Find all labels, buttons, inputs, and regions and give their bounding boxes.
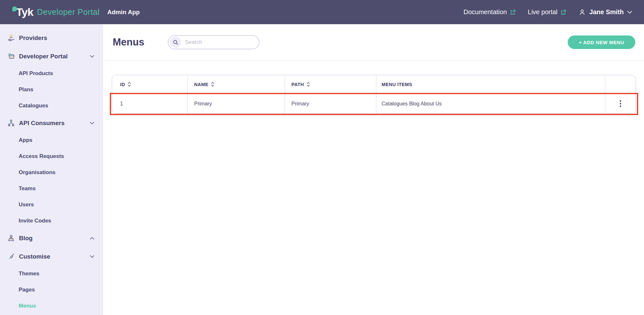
search-icon	[170, 37, 181, 48]
page-header: Menus + ADD NEW MENU	[103, 24, 644, 61]
sidebar-item-label: Menus	[19, 303, 36, 309]
live-portal-link-label: Live portal	[528, 8, 557, 16]
chevron-up-icon	[90, 236, 95, 240]
sidebar-item-label: Users	[19, 202, 34, 208]
column-header-label: MENU ITEMS	[382, 82, 412, 87]
external-link-icon	[560, 9, 567, 15]
column-header-menu-items: MENU ITEMS	[376, 75, 605, 94]
sidebar-item-label: Developer Portal	[19, 53, 68, 60]
search-box[interactable]	[168, 35, 260, 49]
sidebar-item-label: Customise	[19, 253, 50, 260]
column-header-label: ID	[120, 82, 125, 87]
sidebar-item-api-products[interactable]: API Products	[0, 65, 103, 82]
sidebar-item-label: API Consumers	[19, 120, 64, 127]
search-input[interactable]	[181, 39, 249, 45]
sidebar-item-pages[interactable]: Pages	[0, 282, 103, 298]
top-bar: Tyk Developer Portal Admin App Documenta…	[0, 0, 644, 24]
sidebar-item-access-requests[interactable]: Access Requests	[0, 148, 103, 164]
cell-menu-items: Catalogues Blog About Us	[376, 94, 605, 113]
sidebar-item-blog[interactable]: Blog	[0, 229, 103, 247]
sidebar-item-apps[interactable]: Apps	[0, 132, 103, 148]
sidebar-item-label: Access Requests	[19, 153, 64, 160]
sort-icon	[128, 82, 131, 87]
cell-actions	[605, 94, 636, 113]
sidebar-item-themes[interactable]: Themes	[0, 266, 103, 282]
blog-icon	[6, 234, 16, 242]
cell-value: 1	[120, 101, 123, 107]
chevron-down-icon	[627, 10, 632, 14]
cell-value: Primary	[194, 101, 212, 107]
sidebar-item-api-consumers[interactable]: API Consumers	[0, 114, 103, 132]
sidebar-item-label: Blog	[19, 235, 33, 242]
api-consumers-icon	[6, 119, 16, 127]
sidebar-item-label: Themes	[19, 271, 39, 277]
sort-icon	[211, 82, 214, 87]
column-header-name[interactable]: NAME	[188, 75, 285, 94]
product-name: Developer Portal	[37, 7, 99, 17]
sidebar-item-users[interactable]: Users	[0, 197, 103, 213]
cell-id: 1	[112, 94, 188, 113]
chevron-down-icon	[90, 54, 95, 58]
developer-portal-icon	[6, 52, 16, 61]
kebab-menu-icon[interactable]	[618, 98, 623, 109]
external-link-icon	[510, 9, 516, 15]
sidebar-item-label: Pages	[19, 287, 35, 293]
sidebar-item-teams[interactable]: Teams	[0, 181, 103, 197]
providers-icon	[6, 34, 16, 42]
sidebar-item-plans[interactable]: Plans	[0, 82, 103, 98]
sidebar-item-label: Apps	[19, 137, 33, 143]
sidebar-item-developer-portal[interactable]: Developer Portal	[0, 47, 103, 65]
cell-value: Primary	[291, 101, 309, 107]
table-row[interactable]: 1 Primary Primary Catalogues Blog About …	[112, 94, 636, 113]
table-header-row: ID NAME PATH	[112, 75, 636, 94]
sidebar-item-customise[interactable]: Customise	[0, 247, 103, 266]
sidebar-item-label: Plans	[19, 86, 33, 93]
column-header-label: PATH	[291, 82, 304, 87]
column-header-id[interactable]: ID	[112, 75, 188, 94]
chevron-down-icon	[90, 121, 95, 125]
main-content: Menus + ADD NEW MENU ID	[103, 24, 644, 114]
sidebar-item-menus[interactable]: Menus	[0, 298, 103, 314]
sidebar-item-providers[interactable]: Providers	[0, 29, 103, 47]
column-header-actions	[605, 75, 636, 94]
sidebar-item-label: API Products	[19, 70, 53, 77]
chevron-down-icon	[90, 255, 95, 258]
app-name: Admin App	[107, 9, 140, 16]
documentation-link-label: Documentation	[463, 8, 507, 16]
live-portal-link[interactable]: Live portal	[528, 8, 567, 16]
documentation-link[interactable]: Documentation	[463, 8, 516, 16]
sidebar-item-catalogues[interactable]: Catalogues	[0, 98, 103, 114]
sidebar-item-invite-codes[interactable]: Invite Codes	[0, 213, 103, 229]
cell-path: Primary	[285, 94, 376, 113]
cell-value: Catalogues Blog About Us	[382, 101, 442, 107]
user-name: Jane Smith	[589, 8, 624, 16]
add-new-menu-button[interactable]: + ADD NEW MENU	[568, 35, 635, 49]
cell-name: Primary	[188, 94, 285, 113]
user-icon	[578, 8, 586, 16]
logo-text: Tyk	[16, 6, 33, 18]
page-title: Menus	[113, 36, 144, 48]
user-menu[interactable]: Jane Smith	[578, 8, 632, 16]
column-header-path[interactable]: PATH	[285, 75, 376, 94]
sidebar-item-label: Invite Codes	[19, 218, 51, 224]
sidebar-item-label: Organisations	[19, 169, 55, 176]
column-header-label: NAME	[194, 82, 208, 87]
tyk-logo: Tyk Developer Portal	[12, 6, 99, 18]
menus-table: ID NAME PATH	[112, 75, 636, 114]
sidebar-nav: Providers Developer Portal API Products …	[0, 24, 103, 315]
sidebar-item-label: Catalogues	[19, 103, 48, 109]
sidebar-item-organisations[interactable]: Organisations	[0, 164, 103, 181]
menus-table-container: ID NAME PATH	[112, 75, 636, 114]
customise-icon	[6, 252, 16, 261]
sort-icon	[307, 82, 310, 87]
sidebar-item-label: Providers	[19, 34, 47, 42]
sidebar-item-label: Teams	[19, 185, 36, 192]
